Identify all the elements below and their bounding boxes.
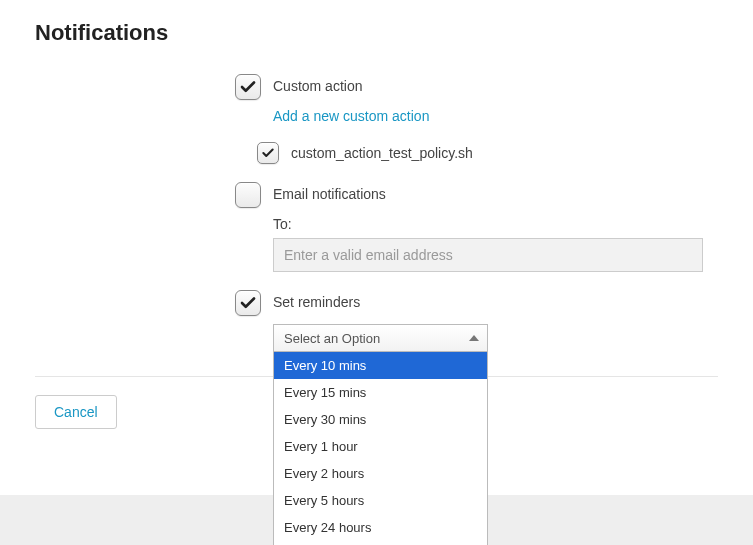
reminder-option[interactable]: Every 24 hours: [274, 514, 487, 541]
check-icon: [239, 78, 257, 96]
custom-action-item-checkbox[interactable]: [257, 142, 279, 164]
reminder-option[interactable]: Every week: [274, 541, 487, 545]
chevron-up-icon: [469, 335, 479, 341]
email-notifications-label: Email notifications: [273, 182, 386, 202]
reminder-option[interactable]: Every 15 mins: [274, 379, 487, 406]
reminder-option[interactable]: Every 1 hour: [274, 433, 487, 460]
page-title: Notifications: [35, 20, 718, 46]
cancel-button[interactable]: Cancel: [35, 395, 117, 429]
reminder-select[interactable]: Select an Option: [273, 324, 488, 352]
custom-action-item-label: custom_action_test_policy.sh: [291, 145, 473, 161]
check-icon: [239, 294, 257, 312]
reminder-option[interactable]: Every 30 mins: [274, 406, 487, 433]
email-to-input[interactable]: [273, 238, 703, 272]
reminder-dropdown: Every 10 minsEvery 15 minsEvery 30 minsE…: [273, 352, 488, 545]
add-custom-action-link[interactable]: Add a new custom action: [273, 108, 429, 124]
custom-action-label: Custom action: [273, 74, 362, 94]
reminder-select-value: Select an Option: [284, 331, 380, 346]
email-to-label: To:: [273, 216, 718, 232]
reminder-option[interactable]: Every 2 hours: [274, 460, 487, 487]
reminder-option[interactable]: Every 5 hours: [274, 487, 487, 514]
set-reminders-label: Set reminders: [273, 290, 360, 310]
custom-action-checkbox[interactable]: [235, 74, 261, 100]
reminder-option[interactable]: Every 10 mins: [274, 352, 487, 379]
set-reminders-checkbox[interactable]: [235, 290, 261, 316]
email-notifications-checkbox[interactable]: [235, 182, 261, 208]
check-icon: [261, 146, 275, 160]
